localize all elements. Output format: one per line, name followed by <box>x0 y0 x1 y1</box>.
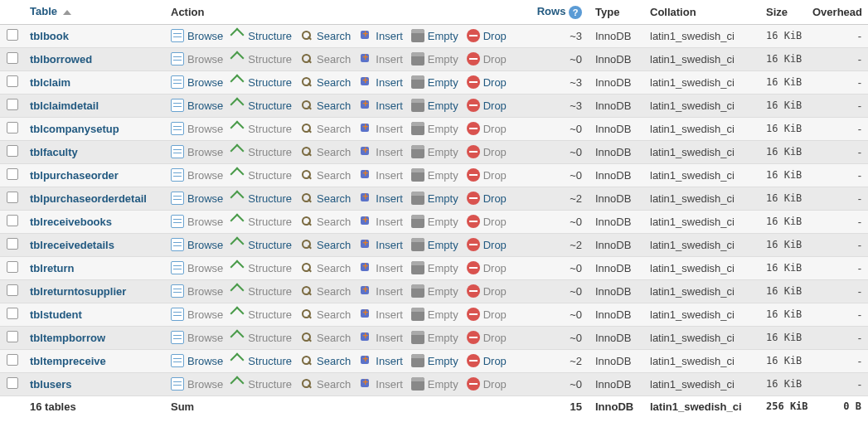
table-name-link[interactable]: tblpurchaseorderdetail <box>30 192 147 205</box>
row-checkbox[interactable] <box>7 308 18 319</box>
action-drop[interactable]: Drop <box>467 52 507 66</box>
action-insert[interactable]: Insert <box>359 215 403 228</box>
action-drop[interactable]: Drop <box>467 284 507 298</box>
action-structure[interactable]: Structure <box>231 29 292 42</box>
action-insert[interactable]: Insert <box>359 99 403 112</box>
action-empty[interactable]: Empty <box>411 192 458 205</box>
action-structure[interactable]: Structure <box>231 52 292 66</box>
action-drop[interactable]: Drop <box>467 215 507 228</box>
action-search[interactable]: Search <box>300 238 351 251</box>
action-search[interactable]: Search <box>300 99 351 112</box>
action-drop[interactable]: Drop <box>467 354 507 367</box>
action-drop[interactable]: Drop <box>467 261 507 274</box>
action-search[interactable]: Search <box>300 29 351 42</box>
table-name-link[interactable]: tblborrowed <box>30 53 92 66</box>
row-checkbox[interactable] <box>7 192 18 203</box>
row-checkbox[interactable] <box>7 52 18 64</box>
action-drop[interactable]: Drop <box>467 308 507 321</box>
help-icon[interactable] <box>569 6 582 19</box>
action-insert[interactable]: Insert <box>359 261 403 274</box>
action-search[interactable]: Search <box>300 354 351 367</box>
header-table[interactable]: Table <box>23 0 164 24</box>
action-drop[interactable]: Drop <box>467 122 507 135</box>
header-size[interactable]: Size <box>759 0 806 24</box>
action-structure[interactable]: Structure <box>231 261 292 274</box>
action-empty[interactable]: Empty <box>411 99 458 112</box>
row-checkbox[interactable] <box>7 261 18 273</box>
action-insert[interactable]: Insert <box>359 308 403 321</box>
row-checkbox[interactable] <box>7 122 18 133</box>
table-name-link[interactable]: tblstudent <box>30 308 82 321</box>
action-insert[interactable]: Insert <box>359 331 403 344</box>
action-browse[interactable]: Browse <box>171 192 223 205</box>
action-insert[interactable]: Insert <box>359 284 403 298</box>
table-name-link[interactable]: tblcompanysetup <box>30 123 119 135</box>
action-structure[interactable]: Structure <box>231 75 292 89</box>
action-structure[interactable]: Structure <box>231 308 292 321</box>
row-checkbox[interactable] <box>7 75 18 87</box>
action-drop[interactable]: Drop <box>467 377 507 391</box>
action-insert[interactable]: Insert <box>359 354 403 367</box>
action-empty[interactable]: Empty <box>411 75 458 89</box>
row-checkbox[interactable] <box>7 99 18 110</box>
action-insert[interactable]: Insert <box>359 122 403 135</box>
action-empty[interactable]: Empty <box>411 354 458 367</box>
action-drop[interactable]: Drop <box>467 99 507 112</box>
action-drop[interactable]: Drop <box>467 75 507 89</box>
action-drop[interactable]: Drop <box>467 192 507 205</box>
action-insert[interactable]: Insert <box>359 192 403 205</box>
table-name-link[interactable]: tbltempborrow <box>30 332 105 344</box>
action-search[interactable]: Search <box>300 75 351 89</box>
action-structure[interactable]: Structure <box>231 215 292 228</box>
action-structure[interactable]: Structure <box>231 99 292 112</box>
action-empty[interactable]: Empty <box>411 29 458 42</box>
action-structure[interactable]: Structure <box>231 168 292 182</box>
action-browse[interactable]: Browse <box>171 99 223 112</box>
action-browse[interactable]: Browse <box>171 354 223 367</box>
table-name-link[interactable]: tblclaim <box>30 76 70 89</box>
action-empty[interactable]: Empty <box>411 238 458 251</box>
action-insert[interactable]: Insert <box>359 29 403 42</box>
table-name-link[interactable]: tblbook <box>30 30 69 42</box>
action-structure[interactable]: Structure <box>231 284 292 298</box>
action-search[interactable]: Search <box>300 192 351 205</box>
row-checkbox[interactable] <box>7 354 18 366</box>
row-checkbox[interactable] <box>7 145 18 157</box>
action-browse[interactable]: Browse <box>171 29 223 42</box>
header-type[interactable]: Type <box>589 0 643 24</box>
action-insert[interactable]: Insert <box>359 52 403 66</box>
table-name-link[interactable]: tblreturn <box>30 262 74 274</box>
action-structure[interactable]: Structure <box>231 122 292 135</box>
table-name-link[interactable]: tblreceivedetails <box>30 239 114 251</box>
table-name-link[interactable]: tblreceivebooks <box>30 216 112 228</box>
action-insert[interactable]: Insert <box>359 238 403 251</box>
action-structure[interactable]: Structure <box>231 354 292 367</box>
action-drop[interactable]: Drop <box>467 168 507 182</box>
action-drop[interactable]: Drop <box>467 29 507 42</box>
action-browse[interactable]: Browse <box>171 75 223 89</box>
table-name-link[interactable]: tblpurchaseorder <box>30 169 119 182</box>
header-collation[interactable]: Collation <box>643 0 759 24</box>
header-overhead[interactable]: Overhead <box>806 0 868 24</box>
row-checkbox[interactable] <box>7 377 18 389</box>
action-drop[interactable]: Drop <box>467 331 507 344</box>
row-checkbox[interactable] <box>7 29 18 41</box>
table-name-link[interactable]: tblreturntosupplier <box>30 285 126 298</box>
action-insert[interactable]: Insert <box>359 168 403 182</box>
table-name-link[interactable]: tblclaimdetail <box>30 99 99 112</box>
action-browse[interactable]: Browse <box>171 238 223 251</box>
action-structure[interactable]: Structure <box>231 377 292 391</box>
row-checkbox[interactable] <box>7 238 18 250</box>
action-drop[interactable]: Drop <box>467 145 507 158</box>
action-insert[interactable]: Insert <box>359 145 403 158</box>
action-structure[interactable]: Structure <box>231 331 292 344</box>
table-name-link[interactable]: tbltempreceive <box>30 355 106 367</box>
action-structure[interactable]: Structure <box>231 238 292 251</box>
action-drop[interactable]: Drop <box>467 238 507 251</box>
row-checkbox[interactable] <box>7 215 18 226</box>
header-rows[interactable]: Rows <box>529 0 589 24</box>
row-checkbox[interactable] <box>7 331 18 342</box>
table-name-link[interactable]: tblfaculty <box>30 146 78 158</box>
action-insert[interactable]: Insert <box>359 377 403 391</box>
row-checkbox[interactable] <box>7 168 18 180</box>
